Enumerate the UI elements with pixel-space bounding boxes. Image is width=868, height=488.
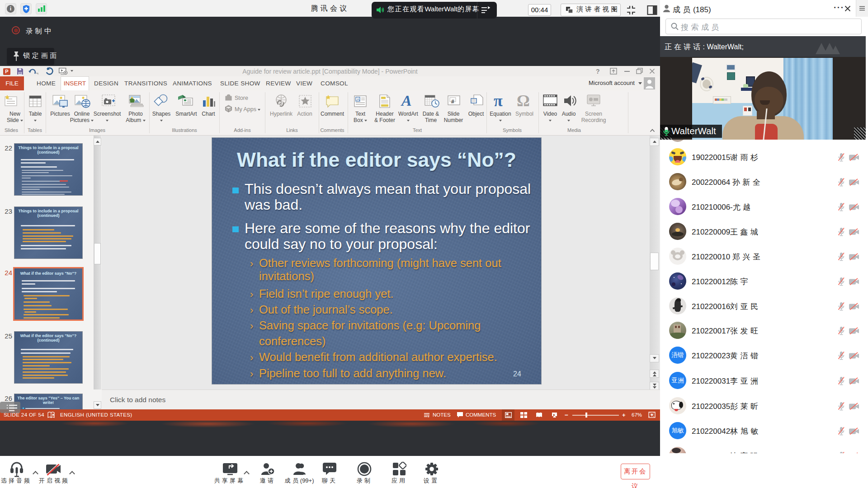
svg-text:#: # (451, 99, 454, 105)
svg-text:A: A (357, 97, 359, 102)
